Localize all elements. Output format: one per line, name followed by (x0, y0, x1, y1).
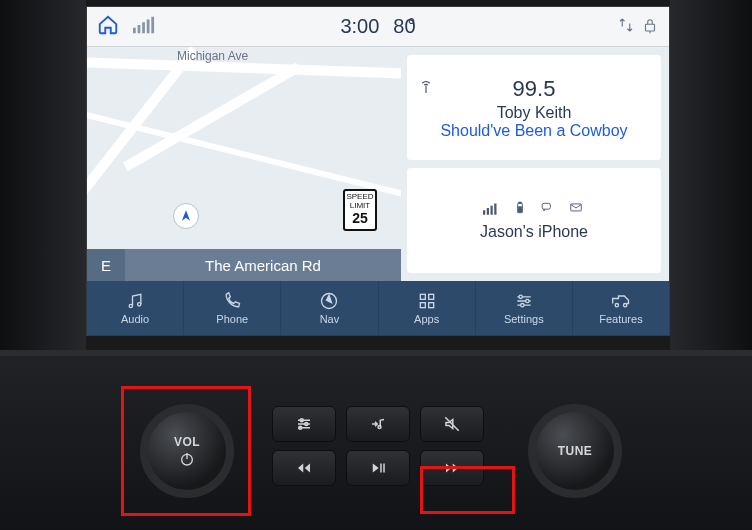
main-area: Michigan Ave SPEED LIMIT 25 E The Americ… (87, 47, 669, 281)
svg-rect-12 (518, 206, 522, 211)
signal-icon (133, 16, 155, 38)
hard-button-grid (272, 406, 484, 486)
svg-point-16 (138, 303, 141, 306)
svg-point-22 (519, 295, 522, 298)
clock: 3:00 (340, 15, 379, 38)
compass-icon (318, 291, 340, 311)
next-icon (439, 459, 465, 477)
mail-icon (567, 201, 585, 219)
svg-rect-18 (420, 294, 425, 299)
svg-rect-3 (147, 19, 150, 33)
svg-rect-14 (571, 203, 582, 210)
note-seek-icon (365, 415, 391, 433)
power-icon (179, 451, 195, 467)
artist-name: Toby Keith (497, 104, 572, 122)
temperature-unit: ° (408, 15, 416, 37)
mute-icon (439, 415, 465, 433)
svg-rect-13 (542, 203, 550, 209)
tune-knob[interactable]: TUNE (528, 404, 622, 498)
svg-rect-1 (138, 25, 141, 33)
message-icon (539, 201, 557, 219)
svg-rect-8 (491, 205, 493, 214)
control-panel: VOL TUNE (0, 350, 752, 530)
lock-icon[interactable] (641, 16, 659, 38)
tab-apps[interactable]: Apps (379, 281, 476, 335)
tab-nav[interactable]: Nav (281, 281, 378, 335)
speed-limit-sign: SPEED LIMIT 25 (343, 189, 377, 231)
phone-name: Jason's iPhone (480, 223, 588, 241)
tab-features[interactable]: Features (573, 281, 669, 335)
svg-rect-7 (487, 208, 489, 215)
svg-point-24 (520, 304, 523, 307)
phone-icon (221, 291, 243, 311)
seek-note-button[interactable] (346, 406, 410, 442)
svg-rect-20 (420, 303, 425, 308)
tab-audio[interactable]: Audio (87, 281, 184, 335)
road-label: Michigan Ave (177, 49, 248, 63)
prev-icon (291, 459, 317, 477)
traffic-icon[interactable] (617, 16, 635, 38)
song-title: Should've Been a Cowboy (440, 122, 627, 140)
svg-point-25 (615, 304, 618, 307)
bezel-left (0, 0, 86, 350)
play-pause-button[interactable] (346, 450, 410, 486)
radio-card[interactable]: 99.5 Toby Keith Should've Been a Cowboy (407, 55, 661, 160)
svg-rect-6 (483, 210, 485, 215)
bezel-right (670, 0, 752, 350)
svg-rect-21 (428, 303, 433, 308)
next-track-button[interactable] (420, 450, 484, 486)
svg-rect-4 (151, 16, 154, 33)
map-panel[interactable]: Michigan Ave SPEED LIMIT 25 E The Americ… (87, 47, 401, 281)
infotainment-screen: 3:00 80° Michigan Ave SPEED LIM (86, 6, 670, 336)
cards-column: 99.5 Toby Keith Should've Been a Cowboy … (401, 47, 669, 281)
sliders-icon (291, 415, 317, 433)
svg-rect-19 (428, 294, 433, 299)
tab-phone[interactable]: Phone (184, 281, 281, 335)
heading: E (87, 249, 125, 281)
home-icon (97, 14, 119, 36)
prev-track-button[interactable] (272, 450, 336, 486)
volume-knob[interactable]: VOL (140, 404, 234, 498)
svg-rect-2 (142, 22, 145, 33)
svg-rect-5 (646, 24, 655, 31)
svg-rect-9 (494, 203, 496, 214)
svg-point-26 (623, 304, 626, 307)
mute-button[interactable] (420, 406, 484, 442)
svg-rect-0 (133, 27, 136, 33)
battery-icon (511, 201, 529, 219)
play-pause-icon (365, 459, 391, 477)
status-bar: 3:00 80° (87, 7, 669, 47)
current-street-bar: E The American Rd (87, 249, 401, 281)
phone-card[interactable]: Jason's iPhone (407, 168, 661, 273)
vehicle-cursor (173, 203, 199, 229)
svg-point-15 (129, 304, 132, 307)
sliders-icon (513, 291, 535, 311)
eq-button[interactable] (272, 406, 336, 442)
arrow-icon (179, 209, 193, 223)
truck-icon (610, 291, 632, 311)
tab-bar: Audio Phone Nav Apps Settings Features (87, 281, 669, 335)
tab-settings[interactable]: Settings (476, 281, 573, 335)
antenna-icon (417, 78, 437, 100)
street-name: The American Rd (125, 257, 401, 274)
svg-rect-11 (519, 202, 521, 203)
apps-icon (416, 291, 438, 311)
radio-frequency: 99.5 (437, 76, 631, 102)
svg-point-23 (525, 299, 528, 302)
home-button[interactable] (97, 14, 119, 40)
music-icon (124, 291, 146, 311)
signal-icon (483, 201, 501, 219)
